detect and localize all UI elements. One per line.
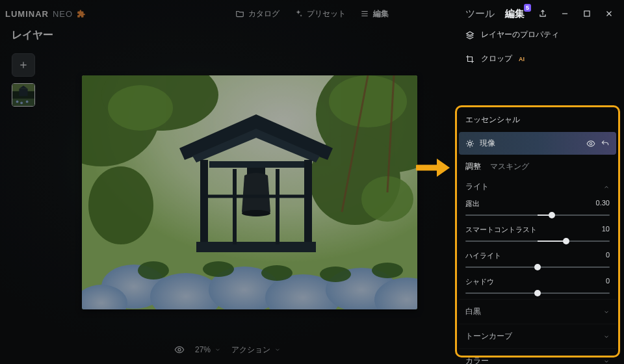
- subtab-masking[interactable]: マスキング: [490, 161, 529, 172]
- slider-track[interactable]: [465, 211, 610, 220]
- slider-label: スマートコントラスト: [465, 225, 537, 235]
- plus-icon: [18, 60, 29, 70]
- svg-rect-28: [233, 169, 237, 244]
- sparkle-icon: [294, 9, 303, 18]
- svg-point-7: [20, 101, 23, 104]
- svg-rect-25: [209, 161, 304, 168]
- sliders-container: 露出0.30 スマートコントラスト10 ハイライト0 シャドウ0: [459, 195, 616, 299]
- slider-1: スマートコントラスト10: [459, 221, 616, 247]
- slider-value: 0.30: [596, 199, 610, 209]
- svg-point-16: [329, 75, 407, 127]
- actions-menu[interactable]: アクション: [231, 344, 281, 356]
- slider-label: ハイライト: [465, 251, 501, 261]
- tool-row-0[interactable]: 白黒: [459, 299, 616, 324]
- svg-point-8: [26, 101, 29, 103]
- layer-properties-label: レイヤーのプロパティ: [481, 29, 559, 40]
- slider-thumb[interactable]: [549, 212, 555, 218]
- svg-rect-24: [196, 242, 316, 252]
- svg-point-14: [88, 166, 153, 244]
- slider-label: 露出: [465, 199, 480, 209]
- chevron-up-icon: [603, 184, 610, 190]
- preview-toggle[interactable]: [174, 344, 185, 355]
- svg-point-40: [261, 265, 292, 281]
- svg-point-27: [242, 210, 270, 216]
- svg-rect-29: [276, 169, 280, 244]
- tool-row-2[interactable]: カラー: [459, 348, 616, 364]
- svg-line-50: [472, 145, 473, 146]
- crop-row[interactable]: クロップ AI: [455, 47, 624, 71]
- slider-track[interactable]: [465, 289, 610, 298]
- zoom-display[interactable]: 27%: [195, 345, 221, 354]
- tool-row-label: 白黒: [465, 306, 481, 317]
- closed-tools: 白黒トーンカーブカラー: [459, 299, 616, 364]
- logo-main: LUMINAR: [5, 9, 49, 19]
- share-icon[interactable]: [538, 9, 547, 18]
- nav-presets-label: プリセット: [307, 8, 346, 20]
- nav-catalog[interactable]: カタログ: [235, 8, 280, 20]
- svg-point-41: [320, 266, 351, 282]
- nav-edit[interactable]: 編集: [360, 8, 389, 20]
- subtab-adjust[interactable]: 調整: [465, 161, 481, 172]
- image-canvas[interactable]: [82, 75, 417, 309]
- layer-thumbnail[interactable]: [12, 83, 35, 107]
- develop-subtabs: 調整 マスキング: [459, 155, 616, 176]
- layers-title: レイヤー: [12, 29, 53, 42]
- app-logo: LUMINAR NEO: [5, 9, 86, 19]
- svg-rect-23: [304, 160, 312, 244]
- essentials-header: エッセンシャル: [459, 109, 616, 132]
- chevron-down-icon: [214, 346, 221, 353]
- add-layer-button[interactable]: [12, 53, 35, 77]
- sliders-icon: [360, 9, 369, 18]
- light-group-header[interactable]: ライト: [459, 176, 616, 195]
- canvas-image: [82, 75, 417, 309]
- nav-edit-label: 編集: [373, 8, 389, 20]
- close-icon[interactable]: [604, 9, 614, 18]
- tab-edits-label: 編集: [505, 8, 525, 19]
- slider-track[interactable]: [465, 237, 610, 246]
- zoom-value: 27%: [195, 345, 211, 354]
- logo-sub: NEO: [53, 9, 73, 19]
- svg-rect-5: [12, 99, 34, 106]
- slider-thumb[interactable]: [563, 238, 569, 244]
- maximize-icon[interactable]: [582, 9, 592, 18]
- thumbnail-image: [12, 84, 34, 106]
- minimize-icon[interactable]: [560, 9, 569, 18]
- crop-icon: [465, 55, 474, 64]
- chevron-down-icon: [603, 309, 610, 315]
- nav-presets[interactable]: プリセット: [294, 8, 346, 20]
- ai-badge: AI: [519, 56, 525, 62]
- tool-row-label: カラー: [465, 356, 489, 364]
- tab-edits[interactable]: 編集 5: [505, 8, 525, 20]
- layers-icon: [465, 31, 474, 40]
- slider-value: 0: [606, 277, 610, 287]
- eye-icon[interactable]: [586, 139, 595, 148]
- slider-thumb[interactable]: [534, 264, 541, 270]
- slider-label: シャドウ: [465, 277, 494, 287]
- svg-rect-22: [200, 160, 208, 244]
- chevron-down-icon: [274, 346, 281, 353]
- tool-row-label: トーンカーブ: [465, 331, 512, 342]
- chevron-down-icon: [603, 333, 610, 340]
- slider-thumb[interactable]: [534, 290, 541, 296]
- slider-0: 露出0.30: [459, 195, 616, 221]
- tool-row-1[interactable]: トーンカーブ: [459, 324, 616, 348]
- svg-line-52: [467, 145, 468, 146]
- svg-rect-3: [19, 89, 27, 96]
- slider-track[interactable]: [465, 263, 610, 272]
- light-group-label: ライト: [465, 181, 489, 192]
- sun-icon: [465, 139, 474, 148]
- develop-label: 現像: [480, 138, 581, 149]
- svg-rect-0: [584, 11, 590, 16]
- window-controls: [528, 0, 624, 27]
- crop-label: クロップ: [481, 53, 512, 64]
- svg-line-51: [472, 140, 473, 141]
- slider-2: ハイライト0: [459, 247, 616, 273]
- develop-tool-header[interactable]: 現像: [459, 132, 616, 155]
- svg-line-49: [467, 140, 468, 141]
- undo-icon[interactable]: [601, 139, 610, 148]
- slider-value: 10: [602, 225, 610, 235]
- eye-icon: [174, 344, 185, 355]
- bottom-bar: 27% アクション: [0, 335, 455, 364]
- tab-tools[interactable]: ツール: [465, 8, 495, 20]
- svg-point-53: [590, 142, 592, 145]
